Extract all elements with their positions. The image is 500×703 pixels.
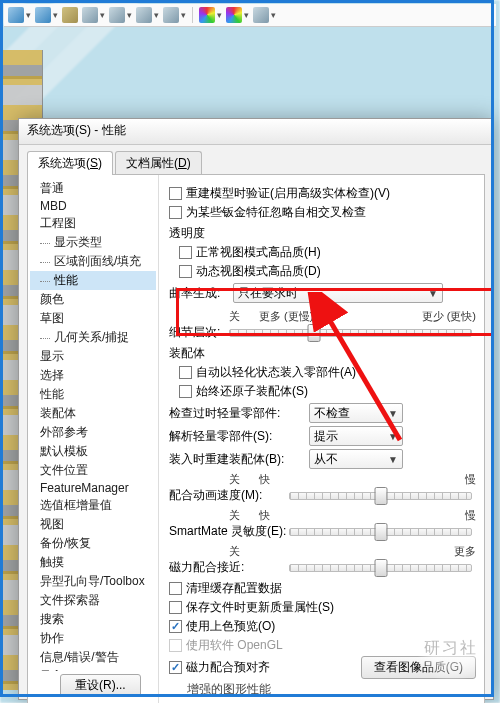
tree-item[interactable]: 普通	[30, 179, 156, 198]
reset-button[interactable]: 重设(R)...	[60, 674, 141, 697]
combo-lightweight-check[interactable]: 不检查▼	[309, 403, 403, 423]
label-enhanced-graphics: 增强的图形性能	[169, 681, 476, 698]
label-curvature-gen: 曲率生成:	[169, 285, 233, 302]
tree-item[interactable]: 草图	[30, 309, 156, 328]
label-rebuild-on-load: 装入时重建装配体(B):	[169, 451, 309, 468]
tree-item[interactable]: 协作	[30, 629, 156, 648]
tree-item[interactable]: 异型孔向导/Toolbox	[30, 572, 156, 591]
chk-color-preview[interactable]: 使用上色预览(O)	[169, 618, 476, 635]
tree-item[interactable]: 信息/错误/警告	[30, 648, 156, 667]
options-dialog: 系统选项(S) - 性能 系统选项(S) 文档属性(D) 普通MBD工程图显示类…	[18, 118, 494, 700]
tree-item[interactable]: 性能	[30, 271, 156, 290]
tool-box-5[interactable]	[253, 7, 276, 23]
options-tree[interactable]: 普通MBD工程图显示类型区域剖面线/填充性能颜色草图几何关系/捕捉显示选择性能装…	[28, 175, 159, 703]
chk-dynamic-hq[interactable]: 动态视图模式高品质(D)	[169, 263, 476, 280]
tool-box-2[interactable]	[109, 7, 132, 23]
tool-palette-1[interactable]	[199, 7, 222, 23]
chk-always-subasm[interactable]: 始终还原子装配体(S)	[169, 383, 476, 400]
main-toolbar	[4, 4, 496, 27]
combo-resolve-lightweight[interactable]: 提示▼	[309, 426, 403, 446]
chk-clear-cfg-cache[interactable]: 清理缓存配置数据	[169, 580, 476, 597]
tree-item[interactable]: 性能	[30, 385, 156, 404]
chk-ignore-selfintersect[interactable]: 为某些钣金特征忽略自相交叉检查	[169, 204, 476, 221]
tree-item[interactable]: 颜色	[30, 290, 156, 309]
group-transparency: 透明度	[169, 225, 476, 242]
tree-item[interactable]: FeatureManager	[30, 480, 156, 496]
group-assembly: 装配体	[169, 345, 476, 362]
tool-palette-2[interactable]	[226, 7, 249, 23]
slider-detail-level[interactable]: 关 更多 (更慢) 更少 (更快) 细节层次:	[169, 309, 476, 341]
slider-magnetic[interactable]: 关 更多 磁力配合接近:	[169, 544, 476, 576]
tree-item[interactable]: 备份/恢复	[30, 534, 156, 553]
dialog-tabs: 系统选项(S) 文档属性(D)	[19, 145, 493, 175]
tree-item[interactable]: 选择	[30, 366, 156, 385]
slider-smartmate[interactable]: 关 快 慢 SmartMate 灵敏度(E):	[169, 508, 476, 540]
tree-item[interactable]: MBD	[30, 198, 156, 214]
tool-cube-gold[interactable]	[62, 7, 78, 23]
tree-item[interactable]: 文件探索器	[30, 591, 156, 610]
combo-rebuild-on-load[interactable]: 从不▼	[309, 449, 403, 469]
tree-item[interactable]: 默认模板	[30, 442, 156, 461]
label-resolve-lightweight: 解析轻量零部件(S):	[169, 428, 309, 445]
chk-normal-hq[interactable]: 正常视图模式高品质(H)	[169, 244, 476, 261]
dialog-title: 系统选项(S) - 性能	[19, 119, 493, 145]
tree-item[interactable]: 选值框增量值	[30, 496, 156, 515]
chk-auto-lightweight[interactable]: 自动以轻化状态装入零部件(A)	[169, 364, 476, 381]
tree-item[interactable]: 外部参考	[30, 423, 156, 442]
tool-cube-1[interactable]	[8, 7, 31, 23]
tree-item[interactable]: 区域剖面线/填充	[30, 252, 156, 271]
tree-item[interactable]: 触摸	[30, 553, 156, 572]
tree-item[interactable]: 几何关系/捕捉	[30, 328, 156, 347]
tree-item[interactable]: 工程图	[30, 214, 156, 233]
tab-document-properties[interactable]: 文档属性(D)	[115, 151, 202, 175]
tool-box-1[interactable]	[82, 7, 105, 23]
chk-magnetic-prealign[interactable]: 磁力配合预对齐	[169, 659, 270, 676]
label-lightweight-check: 检查过时轻量零部件:	[169, 405, 309, 422]
chk-software-opengl: 使用软件 OpenGL	[169, 637, 476, 654]
tree-item[interactable]: 显示类型	[30, 233, 156, 252]
tree-item[interactable]: 搜索	[30, 610, 156, 629]
tree-item[interactable]: 装配体	[30, 404, 156, 423]
chk-rebuild-verify[interactable]: 重建模型时验证(启用高级实体检查)(V)	[169, 185, 476, 202]
tool-box-4[interactable]	[163, 7, 186, 23]
tab-system-options[interactable]: 系统选项(S)	[27, 151, 113, 175]
view-image-quality-button[interactable]: 查看图像品质(G)	[361, 656, 476, 679]
performance-panel: 重建模型时验证(启用高级实体检查)(V) 为某些钣金特征忽略自相交叉检查 透明度…	[159, 175, 484, 703]
tree-item[interactable]: 视图	[30, 515, 156, 534]
tree-item[interactable]: 显示	[30, 347, 156, 366]
tool-cube-2[interactable]	[35, 7, 58, 23]
slider-mate-anim[interactable]: 关 快 慢 配合动画速度(M):	[169, 472, 476, 504]
combo-curvature-gen[interactable]: 只在要求时▼	[233, 283, 443, 303]
tree-item[interactable]: 导入	[30, 667, 156, 671]
tree-item[interactable]: 文件位置	[30, 461, 156, 480]
tool-box-3[interactable]	[136, 7, 159, 23]
chk-update-mass[interactable]: 保存文件时更新质量属性(S)	[169, 599, 476, 616]
